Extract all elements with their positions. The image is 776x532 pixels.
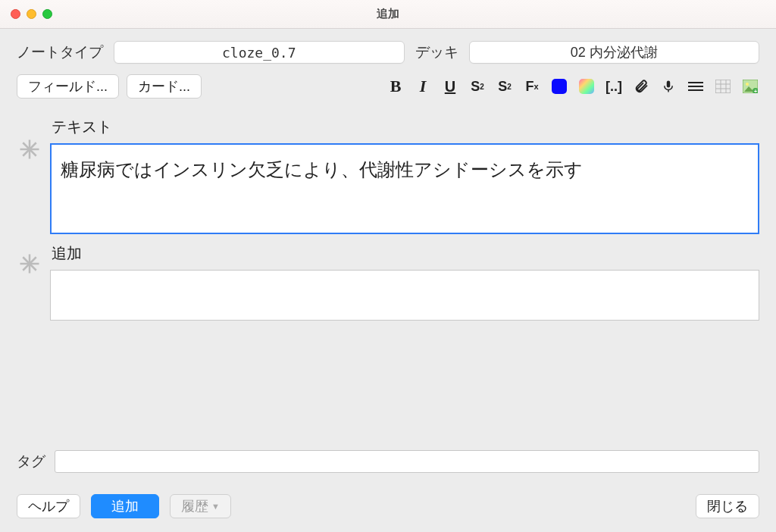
history-label: 履歴 <box>181 497 208 515</box>
window-controls <box>11 9 52 19</box>
chevron-down-icon: ▼ <box>211 502 220 511</box>
table-icon[interactable] <box>714 77 732 95</box>
tags-input[interactable] <box>55 450 759 473</box>
history-button[interactable]: 履歴▼ <box>170 494 231 518</box>
svg-text:+: + <box>754 89 757 93</box>
toolbar-row: フィールド... カード... B I U S2 S2 Fx [..] + <box>0 70 776 108</box>
cards-button[interactable]: カード... <box>127 74 202 99</box>
bold-icon[interactable]: B <box>386 77 405 95</box>
deck-value: 02 内分泌代謝 <box>571 43 658 61</box>
close-window-button[interactable] <box>11 9 20 19</box>
svg-point-23 <box>27 261 32 266</box>
attach-icon[interactable] <box>632 77 650 95</box>
window-title: 追加 <box>0 7 776 21</box>
note-type-label: ノートタイプ <box>17 42 103 62</box>
sticky-toggle-icon[interactable] <box>17 136 42 162</box>
deck-label: デッキ <box>415 42 458 62</box>
field-row: テキスト 糖尿病ではインスリン欠乏により、代謝性アシドーシスを示す <box>17 114 759 234</box>
color-blue-icon[interactable] <box>550 77 568 95</box>
svg-rect-0 <box>667 81 671 88</box>
note-type-value: cloze_0.7 <box>222 45 296 61</box>
subscript-icon[interactable]: S2 <box>496 77 514 95</box>
svg-point-18 <box>27 147 32 152</box>
zoom-window-button[interactable] <box>42 9 52 19</box>
bottom-row: ヘルプ 追加 履歴▼ 閉じる <box>17 494 759 518</box>
superscript-icon[interactable]: S2 <box>468 77 487 95</box>
help-button[interactable]: ヘルプ <box>17 494 80 518</box>
field-label: テキスト <box>52 117 759 137</box>
note-type-selector[interactable]: cloze_0.7 <box>114 41 405 64</box>
format-toolbar: B I U S2 S2 Fx [..] + <box>386 77 759 95</box>
tags-label: タグ <box>17 452 45 471</box>
note-deck-row: ノートタイプ cloze_0.7 デッキ 02 内分泌代謝 <box>0 29 776 70</box>
field-label: 追加 <box>52 243 759 264</box>
titlebar: 追加 <box>0 0 776 29</box>
deck-selector[interactable]: 02 内分泌代謝 <box>469 41 760 64</box>
italic-icon[interactable]: I <box>414 77 432 95</box>
fields-area: テキスト 糖尿病ではインスリン欠乏により、代謝性アシドーシスを示す 追加 <box>0 108 776 333</box>
fields-button[interactable]: フィールド... <box>17 74 119 99</box>
color-gradient-icon[interactable] <box>577 77 596 95</box>
svg-point-11 <box>746 83 749 86</box>
svg-rect-5 <box>715 80 731 93</box>
underline-icon[interactable]: U <box>441 77 459 95</box>
close-button[interactable]: 閉じる <box>696 494 759 518</box>
text-field-input[interactable]: 糖尿病ではインスリン欠乏により、代謝性アシドーシスを示す <box>50 143 759 234</box>
extra-field-input[interactable] <box>50 270 759 321</box>
lines-icon[interactable] <box>687 77 705 95</box>
clear-format-icon[interactable]: Fx <box>523 77 541 95</box>
add-button[interactable]: 追加 <box>91 494 159 518</box>
sticky-toggle-icon[interactable] <box>17 251 42 277</box>
mic-icon[interactable] <box>659 77 677 95</box>
tags-row: タグ <box>17 450 759 473</box>
field-row: 追加 <box>17 240 759 321</box>
image-occlusion-icon[interactable]: + <box>741 77 759 95</box>
cloze-icon[interactable]: [..] <box>605 77 623 95</box>
minimize-window-button[interactable] <box>27 9 36 19</box>
